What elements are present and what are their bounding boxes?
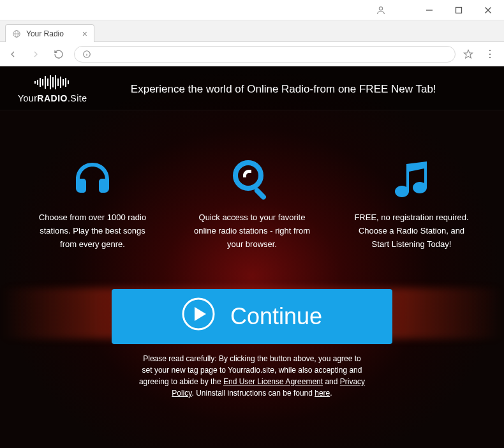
site-logo: YourRADIO.Site	[18, 75, 87, 103]
tagline: Experience the world of Online Radio-fro…	[106, 83, 486, 96]
svg-rect-18	[50, 75, 51, 89]
svg-rect-17	[47, 78, 48, 86]
svg-rect-15	[42, 79, 43, 86]
eula-link[interactable]: End User License Agreement	[223, 377, 323, 386]
svg-marker-29	[195, 307, 206, 321]
svg-rect-14	[40, 78, 41, 87]
window-titlebar	[0, 0, 504, 20]
page-header: YourRADIO.Site Experience the world of O…	[0, 66, 504, 110]
features-row: Choose from over 1000 radio stations. Pl…	[0, 159, 504, 251]
svg-rect-21	[57, 78, 59, 86]
feature-text: Quick access to your favorite online rad…	[191, 211, 313, 251]
svg-rect-25	[68, 80, 69, 84]
feature-text: FREE, no registration required. Choose a…	[351, 211, 472, 251]
disclaimer: Please read carefully: By clicking the b…	[137, 353, 367, 399]
music-icon	[351, 159, 472, 200]
cta-label: Continue	[230, 303, 322, 330]
star-icon[interactable]	[463, 49, 473, 59]
svg-rect-27	[253, 187, 267, 200]
tab-strip: Your Radio ×	[0, 20, 504, 42]
feature-music: FREE, no registration required. Choose a…	[351, 159, 472, 251]
feature-headphones: Choose from over 1000 radio stations. Pl…	[32, 159, 153, 251]
headphones-icon	[32, 159, 153, 200]
maximize-button[interactable]	[444, 1, 473, 20]
browser-tab[interactable]: Your Radio ×	[5, 24, 94, 42]
svg-rect-24	[65, 78, 66, 87]
search-icon	[191, 159, 313, 200]
svg-rect-22	[60, 77, 61, 88]
globe-icon	[12, 29, 21, 38]
svg-rect-2	[456, 7, 462, 13]
page-content: YourRADIO.Site Experience the world of O…	[0, 66, 504, 448]
svg-rect-23	[63, 79, 64, 86]
feature-search: Quick access to your favorite online rad…	[191, 159, 313, 251]
cta-wrap: Continue	[0, 289, 504, 344]
minimize-button[interactable]	[415, 1, 444, 20]
forward-button[interactable]	[28, 49, 43, 59]
continue-button[interactable]: Continue	[112, 289, 392, 344]
reload-button[interactable]	[51, 49, 66, 59]
soundwave-icon	[34, 75, 70, 92]
play-icon	[182, 297, 215, 336]
window-close-button[interactable]	[473, 1, 503, 20]
back-button[interactable]	[5, 49, 20, 59]
info-icon	[82, 50, 91, 59]
feature-text: Choose from over 1000 radio stations. Pl…	[32, 211, 153, 251]
uninstall-link[interactable]: here	[315, 389, 330, 398]
svg-rect-20	[55, 75, 56, 89]
logo-text: YourRADIO.Site	[18, 93, 87, 103]
user-icon[interactable]	[366, 1, 396, 20]
svg-marker-11	[464, 50, 472, 58]
svg-rect-13	[37, 80, 38, 85]
omnibox[interactable]	[74, 46, 456, 63]
tab-close-icon[interactable]: ×	[82, 29, 87, 38]
tab-title: Your Radio	[26, 29, 64, 38]
svg-rect-12	[34, 81, 36, 84]
svg-rect-19	[52, 77, 54, 87]
menu-icon[interactable]: ⋮	[481, 48, 499, 60]
svg-point-26	[235, 163, 261, 188]
svg-rect-16	[45, 76, 46, 89]
svg-point-0	[379, 6, 382, 10]
address-bar: ⋮	[0, 42, 504, 66]
